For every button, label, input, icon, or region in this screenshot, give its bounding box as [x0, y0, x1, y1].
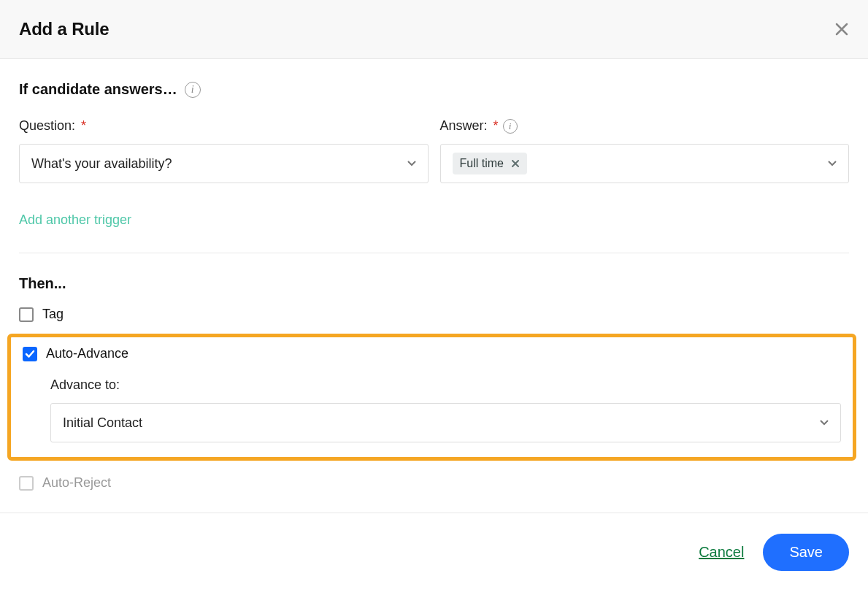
tag-checkbox-label: Tag [42, 307, 64, 322]
cancel-button[interactable]: Cancel [699, 544, 744, 561]
answer-column: Answer:* i Full time [440, 118, 850, 183]
save-button[interactable]: Save [763, 534, 849, 571]
auto-advance-highlight: Auto-Advance Advance to: Initial Contact [7, 334, 856, 461]
question-label: Question:* [19, 118, 86, 134]
answer-tag-text: Full time [460, 157, 504, 170]
divider [19, 253, 849, 253]
dialog-body: If candidate answers… i Question:* What'… [0, 59, 868, 498]
then-section-title: Then... [19, 275, 849, 292]
answer-label: Answer:* i [440, 118, 518, 134]
add-another-trigger-link[interactable]: Add another trigger [19, 212, 131, 228]
auto-advance-checkbox[interactable] [23, 347, 37, 361]
question-column: Question:* What's your availability? [19, 118, 429, 183]
auto-advance-checkbox-label: Auto-Advance [46, 346, 128, 361]
trigger-row: Question:* What's your availability? Ans… [19, 118, 849, 183]
tag-checkbox[interactable] [19, 307, 34, 322]
chevron-down-icon [828, 161, 837, 166]
trigger-section-text: If candidate answers… [19, 81, 177, 98]
required-indicator: * [493, 118, 499, 134]
advance-to-group: Advance to: Initial Contact [50, 377, 841, 442]
info-icon[interactable]: i [503, 119, 518, 134]
answer-select[interactable]: Full time [440, 144, 850, 183]
advance-to-select-value: Initial Contact [63, 415, 142, 431]
question-select-value: What's your availability? [31, 156, 172, 172]
auto-reject-checkbox[interactable] [19, 476, 34, 491]
advance-to-label: Advance to: [50, 377, 841, 393]
chevron-down-icon [407, 161, 416, 166]
dialog-title: Add a Rule [19, 19, 109, 39]
auto-reject-option-row: Auto-Reject [19, 475, 849, 491]
question-select[interactable]: What's your availability? [19, 144, 429, 183]
info-icon[interactable]: i [185, 82, 201, 98]
tag-option-row: Tag [19, 307, 849, 322]
chevron-down-icon [820, 420, 829, 426]
required-indicator: * [81, 118, 86, 134]
close-icon[interactable] [834, 22, 849, 37]
remove-tag-icon[interactable] [511, 159, 520, 168]
auto-advance-option-row: Auto-Advance [23, 346, 841, 361]
trigger-section-title: If candidate answers… i [19, 81, 849, 98]
answer-tag-pill: Full time [453, 153, 527, 174]
dialog-header: Add a Rule [0, 0, 868, 59]
advance-to-select[interactable]: Initial Contact [50, 403, 841, 442]
auto-reject-checkbox-label: Auto-Reject [42, 475, 111, 491]
dialog-footer: Cancel Save [0, 513, 868, 591]
